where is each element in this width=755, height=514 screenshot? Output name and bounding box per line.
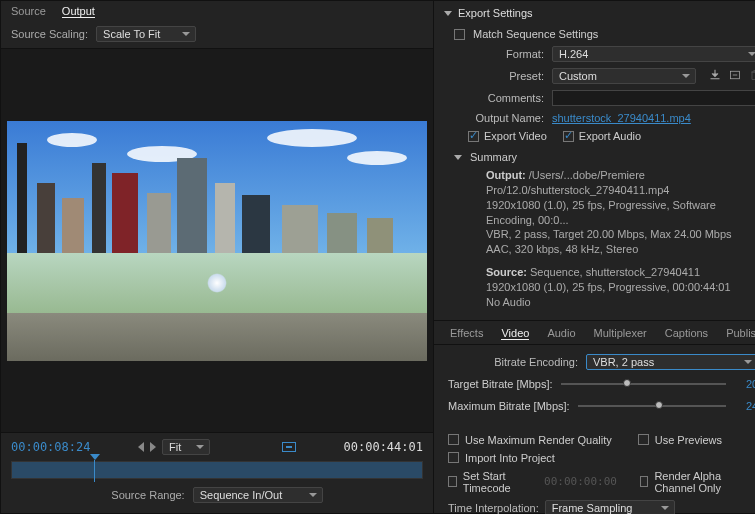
source-range-label: Source Range: bbox=[111, 489, 184, 501]
settings-subtabs: Effects Video Audio Multiplexer Captions… bbox=[434, 320, 755, 345]
summary-output-line: 1920x1080 (1.0), 25 fps, Progressive, So… bbox=[486, 199, 716, 226]
playhead-icon[interactable] bbox=[94, 460, 95, 482]
preview-area bbox=[1, 49, 433, 432]
preview-panel: Source Output Source Scaling: Scale To F… bbox=[0, 0, 434, 514]
timeline-scrubber[interactable] bbox=[11, 461, 423, 479]
preset-label: Preset: bbox=[454, 70, 544, 82]
import-preset-icon[interactable] bbox=[728, 69, 742, 83]
match-sequence-checkbox[interactable] bbox=[454, 29, 465, 40]
render-alpha-label: Render Alpha Channel Only bbox=[654, 470, 755, 494]
target-bitrate-slider[interactable] bbox=[561, 383, 727, 385]
source-range-select[interactable]: Sequence In/Out bbox=[193, 487, 323, 503]
render-alpha-checkbox[interactable] bbox=[640, 476, 649, 487]
save-preset-icon[interactable] bbox=[708, 69, 722, 83]
start-timecode-checkbox[interactable] bbox=[448, 476, 457, 487]
subtab-video[interactable]: Video bbox=[501, 327, 529, 340]
max-render-checkbox[interactable] bbox=[448, 434, 459, 445]
use-previews-checkbox[interactable] bbox=[638, 434, 649, 445]
step-back-icon[interactable] bbox=[138, 442, 144, 452]
summary-output-line: VBR, 2 pass, Target 20.00 Mbps, Max 24.0… bbox=[486, 228, 732, 240]
summary-source-label: Source: bbox=[486, 266, 527, 278]
export-audio-checkbox[interactable] bbox=[563, 131, 574, 142]
source-scaling-select[interactable]: Scale To Fit bbox=[96, 26, 196, 42]
subtab-multiplexer[interactable]: Multiplexer bbox=[594, 327, 647, 340]
tab-output[interactable]: Output bbox=[62, 5, 95, 18]
export-settings-body: Match Sequence Settings Format: H.264 Pr… bbox=[434, 25, 755, 320]
chevron-down-icon bbox=[454, 155, 462, 160]
source-scaling-row: Source Scaling: Scale To Fit bbox=[1, 20, 433, 49]
summary-output-line: AAC, 320 kbps, 48 kHz, Stereo bbox=[486, 243, 638, 255]
timeline-controls: 00:00:08:24 Fit 00:00:44:01 Source Range… bbox=[1, 432, 433, 513]
max-bitrate-label: Maximum Bitrate [Mbps]: bbox=[448, 400, 570, 412]
max-render-label: Use Maximum Render Quality bbox=[465, 434, 612, 446]
summary-source-line: 1920x1080 (1.0), 25 fps, Progressive, 00… bbox=[486, 281, 731, 293]
target-bitrate-label: Target Bitrate [Mbps]: bbox=[448, 378, 553, 390]
preview-image bbox=[7, 121, 427, 361]
bottom-options: Use Maximum Render Quality Use Previews … bbox=[434, 427, 755, 514]
chevron-down-icon bbox=[444, 11, 452, 16]
max-bitrate-slider[interactable] bbox=[578, 405, 727, 407]
summary-output-label: Output: bbox=[486, 169, 526, 181]
comments-label: Comments: bbox=[454, 92, 544, 104]
import-project-checkbox[interactable] bbox=[448, 452, 459, 463]
step-forward-icon[interactable] bbox=[150, 442, 156, 452]
export-audio-label: Export Audio bbox=[579, 130, 641, 142]
summary-heading: Summary bbox=[470, 151, 517, 163]
subtab-captions[interactable]: Captions bbox=[665, 327, 708, 340]
export-video-label: Export Video bbox=[484, 130, 547, 142]
summary-source-line: No Audio bbox=[486, 296, 531, 308]
time-interp-label: Time Interpolation: bbox=[448, 502, 539, 514]
preview-tabs: Source Output bbox=[1, 1, 433, 20]
summary-output: Output: /Users/...dobe/Premiere Pro/12.0… bbox=[454, 166, 755, 263]
target-bitrate-value[interactable]: 20 bbox=[734, 378, 755, 390]
export-settings-title: Export Settings bbox=[458, 7, 533, 19]
format-label: Format: bbox=[454, 48, 544, 60]
tab-source[interactable]: Source bbox=[11, 5, 46, 18]
duration-timecode: 00:00:44:01 bbox=[344, 440, 423, 454]
start-timecode-label: Set Start Timecode bbox=[463, 470, 534, 494]
zoom-fit-select[interactable]: Fit bbox=[162, 439, 210, 455]
aspect-ratio-icon[interactable] bbox=[282, 442, 296, 452]
source-scaling-label: Source Scaling: bbox=[11, 28, 88, 40]
max-bitrate-value[interactable]: 24 bbox=[734, 400, 755, 412]
output-name-label: Output Name: bbox=[454, 112, 544, 124]
preset-select[interactable]: Custom bbox=[552, 68, 696, 84]
export-panel: Export Settings Match Sequence Settings … bbox=[434, 0, 755, 514]
time-interp-select[interactable]: Frame Sampling bbox=[545, 500, 675, 514]
delete-preset-icon bbox=[748, 69, 755, 83]
current-timecode[interactable]: 00:00:08:24 bbox=[11, 440, 90, 454]
summary-source-line: Sequence, shutterstock_27940411 bbox=[530, 266, 700, 278]
start-timecode-value: 00:00:00:00 bbox=[544, 475, 617, 488]
summary-source: Source: Sequence, shutterstock_27940411 … bbox=[454, 263, 755, 316]
subtab-audio[interactable]: Audio bbox=[547, 327, 575, 340]
video-settings-block: Bitrate Encoding: VBR, 2 pass Target Bit… bbox=[434, 345, 755, 419]
match-sequence-label: Match Sequence Settings bbox=[473, 28, 598, 40]
subtab-publish[interactable]: Publish bbox=[726, 327, 755, 340]
bitrate-encoding-select[interactable]: VBR, 2 pass bbox=[586, 354, 755, 370]
bitrate-encoding-label: Bitrate Encoding: bbox=[448, 356, 578, 368]
subtab-effects[interactable]: Effects bbox=[450, 327, 483, 340]
export-settings-header[interactable]: Export Settings bbox=[434, 1, 755, 25]
output-name-link[interactable]: shutterstock_27940411.mp4 bbox=[552, 112, 691, 124]
export-video-checkbox[interactable] bbox=[468, 131, 479, 142]
format-select[interactable]: H.264 bbox=[552, 46, 755, 62]
use-previews-label: Use Previews bbox=[655, 434, 722, 446]
comments-input[interactable] bbox=[552, 90, 755, 106]
import-project-label: Import Into Project bbox=[465, 452, 555, 464]
